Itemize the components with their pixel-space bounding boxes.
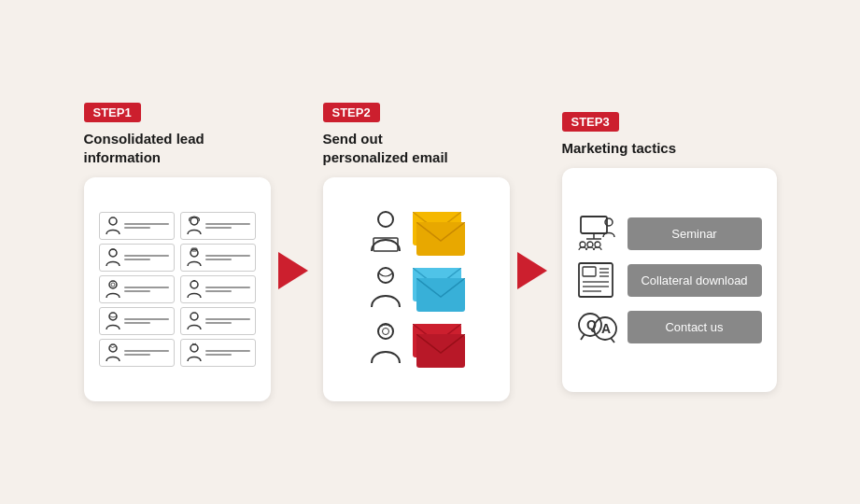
email-row-2 (368, 266, 465, 313)
person-grid (99, 212, 256, 367)
line (124, 223, 169, 225)
svg-point-1 (190, 217, 198, 225)
person-icon (105, 343, 121, 363)
person-icon (105, 247, 121, 268)
step1-card (84, 177, 271, 401)
person-lines (124, 318, 169, 324)
svg-rect-31 (583, 267, 596, 276)
line (205, 322, 233, 324)
person-row (99, 339, 256, 367)
person-icon-female (186, 216, 203, 236)
step3-card: Seminar (562, 168, 777, 392)
svg-point-5 (109, 281, 117, 288)
line (124, 255, 169, 257)
line (124, 290, 151, 292)
collateral-button[interactable]: Collateral download (627, 264, 762, 297)
person-row (99, 244, 256, 272)
person-icon (105, 216, 121, 236)
seminar-icon (577, 215, 618, 252)
line (205, 290, 233, 292)
line (205, 287, 250, 288)
svg-point-12 (378, 212, 393, 227)
line (205, 350, 250, 352)
svg-rect-23 (581, 217, 607, 233)
person3-icon (368, 322, 403, 369)
line (205, 255, 250, 257)
line (205, 227, 233, 229)
line (124, 350, 169, 352)
envelopes-yellow (413, 212, 465, 256)
svg-point-0 (109, 217, 117, 225)
seminar-button[interactable]: Seminar (627, 217, 762, 250)
svg-point-11 (190, 344, 198, 352)
person-lines (124, 287, 169, 292)
person-icon (186, 279, 203, 300)
person-card (180, 244, 256, 272)
email-group (338, 210, 495, 369)
contact-icon: Q A (577, 308, 618, 345)
person2-icon (368, 266, 403, 313)
person-lines (205, 255, 250, 260)
person-lines (205, 287, 250, 292)
envelope-yellow-2 (416, 222, 465, 256)
person-card (99, 307, 175, 335)
person-lines (124, 255, 169, 260)
person1-icon (368, 210, 403, 257)
contact-button[interactable]: Contact us (627, 311, 762, 343)
person-row (99, 212, 256, 240)
person-icon (186, 343, 203, 363)
svg-point-9 (190, 313, 198, 320)
step3-title: Marketing tactics (562, 139, 677, 158)
step2-card (323, 177, 510, 401)
person-card (180, 339, 256, 367)
svg-point-28 (587, 242, 593, 247)
person-row (99, 307, 256, 335)
person-card (180, 212, 256, 240)
svg-point-27 (580, 242, 585, 247)
person-card (99, 339, 175, 367)
person-icon (186, 311, 203, 331)
svg-point-16 (378, 268, 393, 283)
line (205, 259, 233, 260)
svg-text:A: A (601, 321, 611, 336)
svg-point-29 (595, 242, 600, 247)
envelope-blue-2 (416, 278, 465, 312)
step2-badge: STEP2 (323, 103, 380, 122)
tactics-list: Seminar (577, 215, 762, 345)
tactic-row-contact: Q A Contact us (577, 308, 762, 345)
person-lines (124, 223, 169, 229)
svg-point-19 (378, 324, 393, 339)
envelope-red-2 (416, 334, 465, 368)
arrow2 (517, 252, 555, 289)
step2-block: STEP2 Send outpersonalized email (323, 103, 510, 401)
person-icon (105, 311, 121, 331)
step3-block: STEP3 Marketing tactics (562, 112, 777, 393)
line (124, 354, 151, 356)
person-row (99, 275, 256, 303)
step2-title: Send outpersonalized email (323, 130, 448, 166)
line (124, 227, 151, 229)
step1-block: STEP1 Consolidated leadinformation (84, 103, 271, 401)
arrow-triangle (278, 252, 308, 289)
collateral-icon (577, 261, 618, 299)
person-card (180, 275, 256, 303)
person-lines (205, 318, 250, 324)
email-row-1 (368, 210, 465, 257)
line (124, 318, 169, 320)
main-container: STEP1 Consolidated leadinformation (10, 103, 851, 401)
person-lines (205, 223, 250, 229)
svg-point-7 (190, 281, 198, 288)
svg-point-6 (111, 283, 115, 287)
person-lines (124, 350, 169, 356)
tactic-row-collateral: Collateral download (577, 261, 762, 299)
person-card (99, 212, 175, 240)
arrow1 (278, 252, 316, 289)
email-row-3 (368, 322, 465, 369)
line (124, 322, 151, 324)
person-icon (186, 247, 203, 268)
line (124, 287, 169, 288)
svg-point-20 (382, 329, 388, 335)
line (205, 354, 233, 356)
person-card (180, 307, 256, 335)
step1-title: Consolidated leadinformation (84, 130, 204, 166)
